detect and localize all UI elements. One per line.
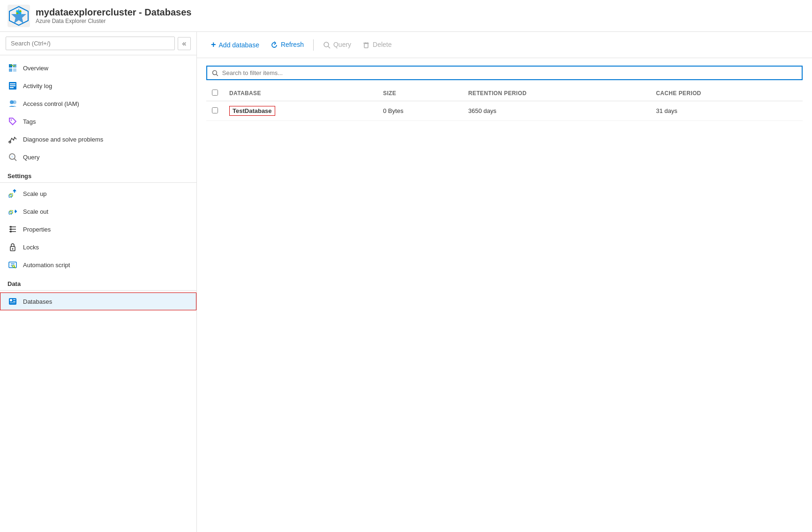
- sidebar-item-diagnose[interactable]: Diagnose and solve problems: [0, 130, 196, 148]
- svg-line-21: [15, 159, 17, 161]
- table-header: DATABASE SIZE RETENTION PERIOD CACHE PER…: [206, 86, 803, 101]
- svg-rect-15: [10, 87, 14, 88]
- sidebar-item-automation-script[interactable]: Automation script: [0, 256, 196, 274]
- query-toolbar-icon: [323, 41, 331, 49]
- refresh-button[interactable]: Refresh: [266, 38, 308, 52]
- databases-icon: [8, 297, 17, 306]
- delete-icon: [362, 41, 370, 49]
- svg-rect-43: [13, 299, 15, 300]
- main-layout: « Overview: [0, 32, 812, 532]
- sidebar: « Overview: [0, 32, 197, 532]
- sidebar-item-query[interactable]: Query: [0, 148, 196, 166]
- table-body: TestDatabase 0 Bytes 3650 days 31 days: [206, 101, 803, 121]
- select-all-checkbox[interactable]: [212, 90, 218, 96]
- svg-point-33: [10, 228, 12, 230]
- query-button[interactable]: Query: [318, 38, 356, 52]
- database-name-link[interactable]: TestDatabase: [229, 106, 275, 116]
- sidebar-nav: Overview Activity log: [0, 55, 196, 532]
- diagnose-icon: [8, 135, 17, 144]
- sidebar-item-databases[interactable]: Databases: [0, 292, 196, 310]
- page-title: mydataexplorercluster - Databases: [36, 7, 191, 18]
- row-checkbox-cell: [206, 101, 224, 121]
- sidebar-item-access-control-label: Access control (IAM): [23, 100, 79, 107]
- retention-column-header: RETENTION PERIOD: [463, 86, 651, 101]
- search-input[interactable]: [6, 37, 175, 50]
- collapse-button[interactable]: «: [178, 37, 191, 50]
- sidebar-item-access-control[interactable]: Access control (IAM): [0, 95, 196, 112]
- query-icon: [8, 152, 17, 162]
- sidebar-item-databases-label: Databases: [23, 298, 52, 305]
- sidebar-item-scale-up-label: Scale up: [23, 190, 47, 197]
- scale-out-icon: [8, 207, 17, 216]
- activity-log-icon: [8, 81, 17, 90]
- size-column-header: SIZE: [377, 86, 463, 101]
- sidebar-item-overview[interactable]: Overview: [0, 59, 196, 77]
- refresh-label: Refresh: [281, 41, 304, 48]
- svg-point-22: [11, 156, 13, 157]
- database-name-cell: TestDatabase: [224, 101, 377, 121]
- svg-rect-8: [13, 68, 16, 72]
- automation-script-icon: [8, 260, 17, 270]
- svg-rect-26: [9, 211, 12, 214]
- properties-icon: [8, 225, 17, 234]
- sidebar-item-automation-script-label: Automation script: [23, 262, 70, 269]
- sidebar-item-locks[interactable]: Locks: [0, 238, 196, 256]
- header: mydataexplorercluster - Databases Azure …: [0, 0, 812, 32]
- locks-icon: [8, 242, 17, 252]
- query-toolbar-label: Query: [333, 41, 351, 48]
- sidebar-item-properties-label: Properties: [23, 226, 51, 233]
- svg-point-34: [10, 231, 12, 232]
- search-icon: [212, 70, 218, 76]
- delete-button[interactable]: Delete: [358, 38, 396, 52]
- tags-icon: [8, 117, 17, 126]
- scale-up-icon: [8, 189, 17, 198]
- cache-column-header: CACHE PERIOD: [650, 86, 803, 101]
- svg-point-46: [324, 42, 329, 47]
- svg-point-17: [13, 100, 16, 104]
- svg-rect-14: [10, 85, 15, 86]
- database-cache-cell: 31 days: [650, 101, 803, 121]
- svg-line-53: [216, 74, 218, 75]
- svg-rect-7: [9, 68, 12, 72]
- sidebar-item-locks-label: Locks: [23, 244, 39, 251]
- svg-rect-27: [10, 210, 13, 213]
- svg-line-47: [328, 46, 330, 48]
- sidebar-item-diagnose-label: Diagnose and solve problems: [23, 136, 103, 143]
- database-size-cell: 0 Bytes: [377, 101, 463, 121]
- svg-rect-48: [364, 44, 368, 48]
- sidebar-item-activity-log[interactable]: Activity log: [0, 77, 196, 95]
- svg-point-36: [12, 248, 14, 250]
- toolbar: + Add database Refresh: [197, 32, 812, 58]
- row-checkbox[interactable]: [212, 107, 218, 113]
- svg-rect-24: [10, 194, 13, 196]
- refresh-icon: [271, 41, 278, 49]
- svg-rect-45: [10, 302, 15, 303]
- sidebar-item-activity-log-label: Activity log: [23, 82, 52, 90]
- main-content: + Add database Refresh: [197, 32, 812, 532]
- svg-rect-44: [13, 301, 15, 302]
- svg-point-40: [13, 265, 15, 267]
- content-area: DATABASE SIZE RETENTION PERIOD CACHE PER…: [197, 58, 812, 532]
- svg-point-32: [10, 226, 12, 228]
- data-section-label: Data: [0, 274, 196, 291]
- add-database-icon: +: [211, 40, 216, 50]
- sidebar-item-scale-up[interactable]: Scale up: [0, 185, 196, 202]
- overview-icon: [8, 63, 17, 73]
- sidebar-item-properties[interactable]: Properties: [0, 220, 196, 238]
- toolbar-divider: [313, 39, 314, 51]
- sidebar-item-tags[interactable]: Tags: [0, 112, 196, 130]
- app-logo: [8, 5, 30, 27]
- sidebar-item-tags-label: Tags: [23, 118, 36, 125]
- delete-label: Delete: [373, 41, 391, 48]
- databases-table: DATABASE SIZE RETENTION PERIOD CACHE PER…: [206, 86, 803, 121]
- add-database-button[interactable]: + Add database: [206, 37, 264, 52]
- database-column-header: DATABASE: [224, 86, 377, 101]
- page-subtitle: Azure Data Explorer Cluster: [36, 18, 191, 24]
- sidebar-item-overview-label: Overview: [23, 65, 48, 72]
- sidebar-item-scale-out[interactable]: Scale out: [0, 202, 196, 220]
- select-all-header: [206, 86, 224, 101]
- sidebar-item-scale-out-label: Scale out: [23, 208, 48, 215]
- filter-input[interactable]: [222, 69, 797, 76]
- sidebar-item-query-label: Query: [23, 154, 39, 161]
- svg-point-52: [212, 70, 217, 75]
